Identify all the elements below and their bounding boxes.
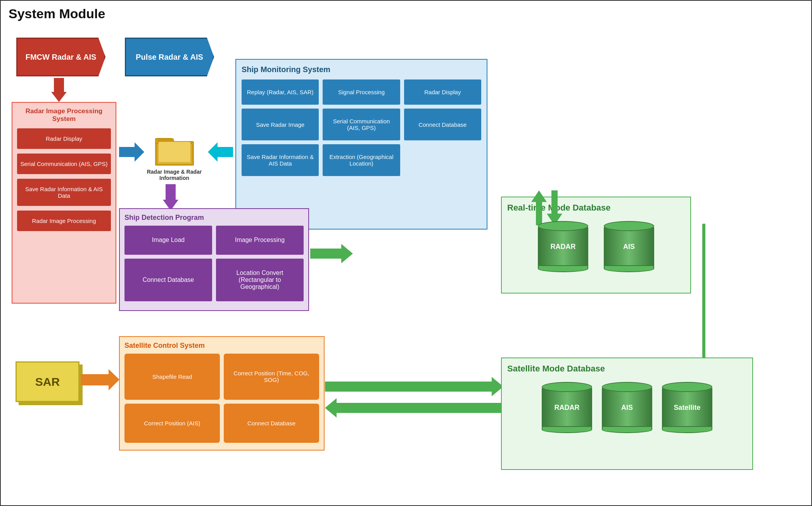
cyan-left-arrow	[208, 142, 233, 162]
satellite-ctrl-module-1: Correct Position (Time, COG, SOG)	[224, 354, 319, 400]
blue-right-arrow	[119, 142, 144, 162]
ship-monitor-module-4: Serial Communication (AIS, GPS)	[323, 109, 400, 140]
svg-marker-7	[310, 244, 353, 263]
folder-label: Radar Image & Radar Information	[140, 169, 208, 181]
ship-monitor-module-7: Extraction (Geographical Location)	[323, 144, 400, 176]
svg-rect-4	[158, 142, 191, 162]
serial-comm-module: Serial Communication (AIS, GPS)	[17, 154, 111, 174]
green-arrow-left-feedback	[325, 398, 503, 418]
satellite-ais-cylinder: AIS	[602, 382, 652, 433]
save-radar-module: Save Radar Information & AIS Data	[17, 179, 111, 206]
svg-marker-16	[547, 190, 562, 225]
fmcw-label: FMCW Radar & AIS	[26, 53, 97, 62]
pulse-box: Pulse Radar & AIS	[125, 38, 214, 76]
satellite-ctrl-title: Satellite Control System	[124, 342, 319, 350]
ship-monitor-module-2: Radar Display	[404, 79, 481, 105]
satellite-sat-cylinder: Satellite	[662, 382, 712, 433]
diagram-area: FMCW Radar & AIS Radar Image Processing …	[5, 26, 807, 501]
satellite-ctrl-panel: Satellite Control System Shapefile Read …	[119, 336, 325, 451]
ship-monitor-panel: Ship Monitoring System Replay (Radar, AI…	[235, 59, 487, 230]
purple-arrow-down	[163, 184, 178, 211]
realtime-radar-cylinder: RADAR	[538, 221, 588, 272]
ship-detect-module-3: Location Convert (Rectangular to Geograp…	[216, 259, 304, 302]
satellite-db-title: Satellite Mode Database	[507, 364, 747, 374]
ship-detect-title: Ship Detection Program	[124, 214, 304, 222]
ship-monitor-module-3: Save Radar Image	[242, 109, 319, 140]
radar-display-module: Radar Display	[17, 128, 111, 149]
pulse-label: Pulse Radar & AIS	[136, 53, 203, 62]
ship-monitor-module-5: Connect Database	[404, 109, 481, 140]
svg-marker-14	[325, 398, 503, 418]
svg-marker-15	[531, 190, 547, 225]
satellite-ctrl-module-3: Connect Database	[224, 404, 319, 443]
realtime-ais-cylinder: AIS	[604, 221, 654, 272]
satellite-radar-cylinder: RADAR	[542, 382, 592, 433]
radar-image-proc-module: Radar Image Processing	[17, 211, 111, 231]
ship-monitor-title: Ship Monitoring System	[242, 65, 481, 74]
svg-marker-12	[81, 369, 119, 390]
orange-arrow-right	[81, 369, 119, 390]
ship-monitor-module-1: Signal Processing	[323, 79, 400, 105]
ship-detect-module-0: Image Load	[124, 226, 212, 255]
satellite-ctrl-module-2: Correct Position (AIS)	[124, 404, 220, 443]
green-arrow-right-2	[325, 377, 503, 396]
ship-detect-module-2: Connect Database	[124, 259, 212, 302]
fmcw-box: FMCW Radar & AIS	[16, 38, 105, 76]
sar-box: SAR	[16, 361, 79, 402]
page-title: System Module	[1, 1, 811, 27]
ship-detect-module-1: Image Processing	[216, 226, 304, 255]
svg-marker-13	[325, 377, 503, 396]
green-bidirectional-vertical	[531, 190, 562, 225]
realtime-db-panel: Real-time Mode Database RADAR AIS	[501, 197, 691, 294]
satellite-db-panel: Satellite Mode Database RADAR AIS	[501, 357, 753, 470]
folder-icon	[155, 135, 194, 166]
ship-monitor-module-6: Save Radar Information & AIS Data	[242, 144, 319, 176]
folder-area: Radar Image & Radar Information	[140, 135, 208, 181]
red-arrow-down	[51, 78, 67, 102]
ship-monitor-module-0: Replay (Radar, AIS, SAR)	[242, 79, 319, 105]
satellite-ctrl-module-0: Shapefile Read	[124, 354, 220, 400]
radar-proc-title: Radar Image Processing System	[17, 107, 111, 123]
ship-detect-panel: Ship Detection Program Image Load Image …	[119, 208, 309, 311]
svg-marker-5	[119, 142, 144, 162]
green-arrow-right-1	[310, 244, 353, 263]
svg-marker-6	[208, 142, 233, 162]
radar-proc-panel: Radar Image Processing System Radar Disp…	[12, 102, 116, 304]
